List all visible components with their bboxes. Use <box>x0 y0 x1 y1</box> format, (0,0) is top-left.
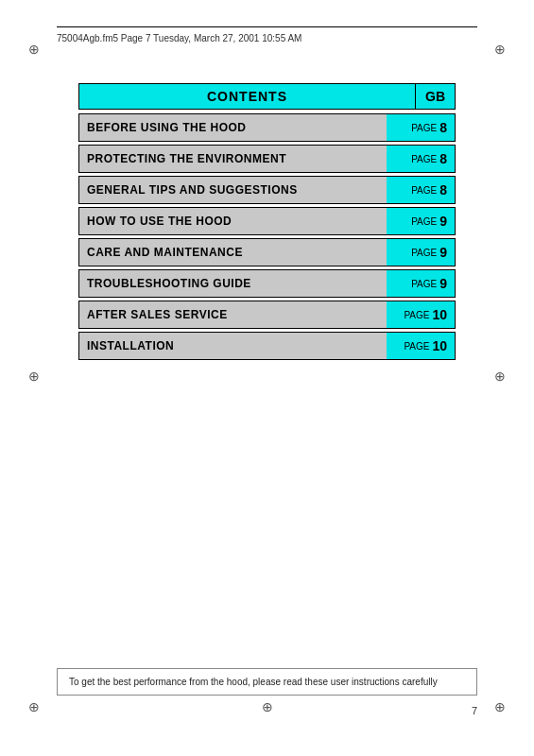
toc-page-2: PAGE 8 <box>387 177 455 203</box>
cross-mid-right: ⊕ <box>492 369 508 384</box>
cross-top-right: ⊕ <box>492 42 508 57</box>
contents-title-row: CONTENTS GB <box>78 83 456 110</box>
page-word-2: PAGE <box>411 185 437 196</box>
toc-row-7: INSTALLATION PAGE 10 <box>78 332 456 360</box>
cross-bottom-left: ⊕ <box>26 699 42 714</box>
cross-top-left: ⊕ <box>26 42 42 57</box>
bottom-note: To get the best performance from the hoo… <box>57 668 477 696</box>
cross-bottom-right: ⊕ <box>492 699 508 714</box>
page-num-5: 9 <box>439 276 447 291</box>
page-num-1: 8 <box>439 151 447 166</box>
contents-title: CONTENTS <box>78 83 415 110</box>
page-word-3: PAGE <box>411 216 437 227</box>
toc-label-0: BEFORE USING THE HOOD <box>79 114 387 141</box>
toc-row-5: TROUBLESHOOTING GUIDE PAGE 9 <box>78 269 456 298</box>
toc-row-1: PROTECTING THE ENVIRONMENT PAGE 8 <box>78 145 456 173</box>
toc-label-3: HOW TO USE THE HOOD <box>79 208 387 234</box>
toc-page-1: PAGE 8 <box>387 146 455 172</box>
toc-page-3: PAGE 9 <box>387 208 455 234</box>
page-word-4: PAGE <box>411 248 437 258</box>
page-word-1: PAGE <box>411 154 437 164</box>
toc-row-2: GENERAL TIPS AND SUGGESTIONS PAGE 8 <box>78 176 456 204</box>
page-num-7: 10 <box>432 338 447 353</box>
page: 75004Agb.fm5 Page 7 Tuesday, March 27, 2… <box>0 0 534 756</box>
content-area: CONTENTS GB BEFORE USING THE HOOD PAGE 8… <box>78 83 456 363</box>
toc-page-7: PAGE 10 <box>387 333 455 359</box>
header-bar: 75004Agb.fm5 Page 7 Tuesday, March 27, 2… <box>57 26 477 43</box>
toc-page-0: PAGE 8 <box>387 114 455 141</box>
page-num-4: 9 <box>439 245 447 260</box>
toc-row-4: CARE AND MAINTENANCE PAGE 9 <box>78 238 456 266</box>
contents-gb-label: GB <box>415 83 456 110</box>
toc-row-3: HOW TO USE THE HOOD PAGE 9 <box>78 207 456 235</box>
toc-page-5: PAGE 9 <box>387 270 455 297</box>
page-word-7: PAGE <box>404 341 429 352</box>
cross-bottom-mid: ⊕ <box>260 699 275 714</box>
toc-row-0: BEFORE USING THE HOOD PAGE 8 <box>78 113 456 142</box>
page-num-6: 10 <box>432 307 447 322</box>
cross-mid-left: ⊕ <box>26 369 42 384</box>
toc-page-4: PAGE 9 <box>387 239 455 266</box>
toc-label-5: TROUBLESHOOTING GUIDE <box>79 270 387 297</box>
page-number: 7 <box>472 705 477 716</box>
page-num-3: 9 <box>439 214 447 229</box>
page-word-0: PAGE <box>411 123 437 133</box>
page-word-5: PAGE <box>411 279 437 289</box>
toc-label-7: INSTALLATION <box>79 333 387 359</box>
toc-label-2: GENERAL TIPS AND SUGGESTIONS <box>79 177 387 203</box>
header-filename: 75004Agb.fm5 Page 7 Tuesday, March 27, 2… <box>57 33 477 43</box>
toc-label-6: AFTER SALES SERVICE <box>79 301 387 328</box>
toc-label-4: CARE AND MAINTENANCE <box>79 239 387 266</box>
page-num-2: 8 <box>439 182 447 198</box>
page-word-6: PAGE <box>404 310 429 320</box>
page-num-0: 8 <box>439 120 447 135</box>
toc-page-6: PAGE 10 <box>387 301 455 328</box>
toc-row-6: AFTER SALES SERVICE PAGE 10 <box>78 301 456 329</box>
toc-label-1: PROTECTING THE ENVIRONMENT <box>79 146 387 172</box>
